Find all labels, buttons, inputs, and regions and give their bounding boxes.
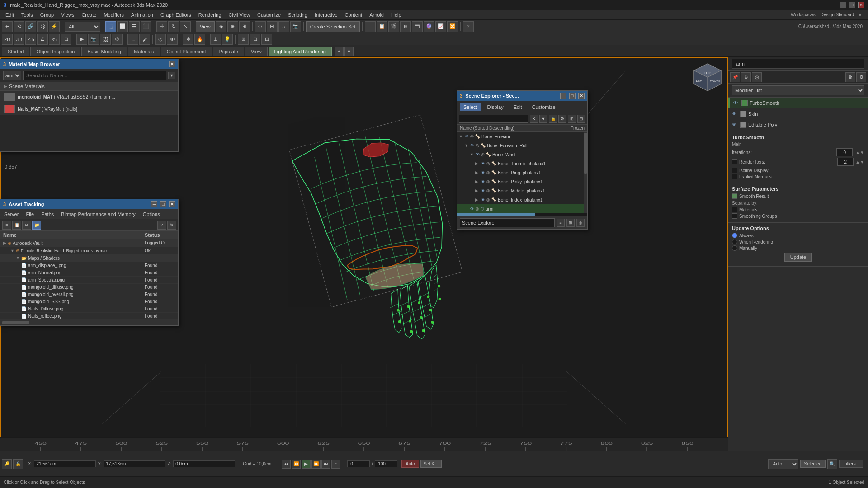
expand-ring[interactable]: ▶ (475, 170, 480, 175)
modifier-skin[interactable]: 👁 Skin (728, 108, 868, 119)
spacing-tool[interactable]: ↔ (278, 21, 289, 32)
expand-pinky[interactable]: ▶ (475, 179, 480, 184)
expand-middle[interactable]: ▶ (475, 188, 480, 193)
bind-button[interactable]: ⚡ (49, 21, 60, 32)
se-edit-menu[interactable]: Edit (510, 103, 526, 111)
hide-sel[interactable]: 👁 (167, 34, 178, 45)
place-highlight[interactable]: 💡 (222, 34, 233, 45)
tab-materials[interactable]: Materials (128, 47, 160, 56)
se-customize-menu[interactable]: Customize (528, 103, 559, 111)
menu-customize[interactable]: Customize (254, 11, 284, 19)
mirror-tool[interactable]: ⇔ (255, 21, 266, 32)
smoothing-groups-checkbox[interactable] (732, 213, 737, 219)
play-selected-button[interactable]: ↕ (331, 460, 340, 469)
y-coord-input[interactable] (104, 460, 165, 467)
material-filter-dropdown[interactable]: arm (3, 71, 21, 80)
material-search-input[interactable] (23, 71, 166, 80)
z-coord-input[interactable] (173, 460, 235, 467)
key-frame-button[interactable]: 🔑 (2, 459, 12, 469)
render-frame[interactable]: 📷 (88, 34, 99, 45)
menu-create[interactable]: Create (78, 11, 100, 19)
se-node-wrist[interactable]: ▼ 👁 ◎ 🦴 Bone_Wrist (457, 150, 587, 159)
material-editor[interactable]: 🔮 (424, 21, 434, 32)
smooth-result-checkbox[interactable] (732, 193, 737, 199)
minimize-button[interactable]: ─ (840, 2, 846, 8)
paint-select[interactable]: 🖌 (139, 34, 150, 45)
spinner-snap[interactable]: ⊡ (61, 34, 71, 45)
se-display-menu[interactable]: Display (484, 103, 507, 111)
table-row[interactable]: ▼ 📂 Maps / Shaders (0, 254, 178, 262)
at-menu-bitmap[interactable]: Bitmap Performance and Memory (57, 211, 139, 218)
view-align[interactable]: ⊠ (238, 34, 249, 45)
expand-forearm[interactable]: ▼ (459, 134, 463, 139)
play-button[interactable]: ▶ (302, 460, 311, 469)
se-scrollbar[interactable] (584, 132, 587, 213)
table-row[interactable]: 📄 Nails_reflect.png Found (0, 312, 178, 319)
select-tool[interactable]: ⬚ (105, 21, 116, 32)
se-grid-icon[interactable]: ⊞ (566, 219, 575, 227)
isolate[interactable]: ◎ (155, 34, 166, 45)
maximize-button[interactable]: □ (849, 2, 855, 8)
render-iters-input[interactable] (837, 158, 854, 166)
table-row[interactable]: 📄 mongoloid_diffuse.png Found (0, 283, 178, 291)
help-btn[interactable]: ? (463, 21, 474, 32)
menu-animation[interactable]: Animation (127, 11, 157, 19)
menu-content[interactable]: Content (341, 11, 366, 19)
iterations-input[interactable] (836, 148, 853, 156)
se-filter-input[interactable] (459, 115, 528, 123)
select-center[interactable]: ◈ (216, 21, 226, 32)
menu-views[interactable]: Views (57, 11, 78, 19)
isoline-checkbox[interactable] (732, 168, 737, 173)
render-iters-checkbox[interactable] (732, 159, 737, 164)
angle-snap[interactable]: ∠ (37, 34, 48, 45)
render-setup-2[interactable]: ⚙ (112, 34, 123, 45)
se-select-menu[interactable]: Select (460, 103, 481, 111)
close-button[interactable]: ✕ (858, 2, 864, 8)
modifier-eye-turbosmooth[interactable]: 👁 (733, 100, 740, 105)
menu-help[interactable]: Help (387, 11, 405, 19)
snap-25d[interactable]: 2.5 (25, 34, 36, 45)
asset-scrollbar-thumb[interactable] (2, 321, 29, 324)
table-row[interactable]: 📄 Nails_Diffuse.png Found (0, 305, 178, 312)
se-node-forearm-roll[interactable]: ▼ 👁 ◎ 🦴 Bone_Forearm_Roll (457, 141, 587, 150)
menu-interactive[interactable]: Interactive (311, 11, 341, 19)
material-item-mongoloid[interactable]: mongoloid_MAT ( VRayFastSSS2 ) [arm, arm… (0, 91, 178, 103)
view-button[interactable]: View (196, 21, 215, 32)
at-menu-paths[interactable]: Paths (38, 211, 57, 218)
menu-arnold[interactable]: Arnold (366, 11, 387, 19)
material-item-nails[interactable]: Nails_MAT ( VRayMtl ) [nails] (0, 103, 178, 115)
tab-populate[interactable]: Populate (213, 47, 244, 56)
layer-manager[interactable]: 📋 (377, 21, 387, 32)
when-rendering-radio[interactable] (732, 239, 737, 244)
filter-dropdown[interactable]: All Geometry Shapes Lights (65, 22, 100, 32)
at-btn-4[interactable]: 📁 (32, 221, 41, 230)
rotate-tool[interactable]: ↻ (168, 21, 179, 32)
eye-forearm-roll[interactable]: 👁 (470, 143, 474, 148)
modifier-eye-skin[interactable]: 👁 (732, 111, 738, 116)
se-expand-all[interactable]: ⊞ (568, 115, 576, 123)
menu-tools[interactable]: Tools (18, 11, 37, 19)
freeze-sel[interactable]: ❄ (183, 34, 193, 45)
frame-total-input[interactable] (375, 460, 397, 467)
unfreeze-all[interactable]: 🔥 (194, 34, 205, 45)
eye-pinky[interactable]: 👁 (481, 179, 485, 184)
search-button[interactable]: 🔍 (827, 459, 837, 469)
menu-graph-editors[interactable]: Graph Editors (157, 11, 195, 19)
tab-view[interactable]: View (245, 47, 268, 56)
create-selection-set-button[interactable]: Create Selection Set (306, 21, 360, 32)
snap-2d[interactable]: 2D (2, 34, 13, 45)
frame-input[interactable] (347, 460, 370, 467)
transform-center[interactable]: ⊕ (227, 21, 238, 32)
curve-editor[interactable]: 📈 (435, 21, 446, 32)
eye-ring[interactable]: 👁 (481, 170, 485, 175)
tab-basic-modeling[interactable]: Basic Modeling (81, 47, 127, 56)
lock-button[interactable]: 🔒 (13, 459, 23, 469)
move-tool[interactable]: ✛ (156, 21, 167, 32)
se-node-forearm[interactable]: ▼ 👁 ◎ 🦴 Bone_Forearm (457, 132, 587, 141)
se-close-button[interactable]: ✕ (578, 93, 585, 99)
tab-options-button[interactable]: ▼ (344, 47, 354, 56)
at-refresh[interactable]: ↻ (167, 221, 176, 230)
eye-wrist[interactable]: 👁 (476, 152, 480, 157)
prev-frame-button[interactable]: ⏪ (292, 460, 301, 469)
asset-minimize-button[interactable]: ─ (151, 201, 157, 207)
